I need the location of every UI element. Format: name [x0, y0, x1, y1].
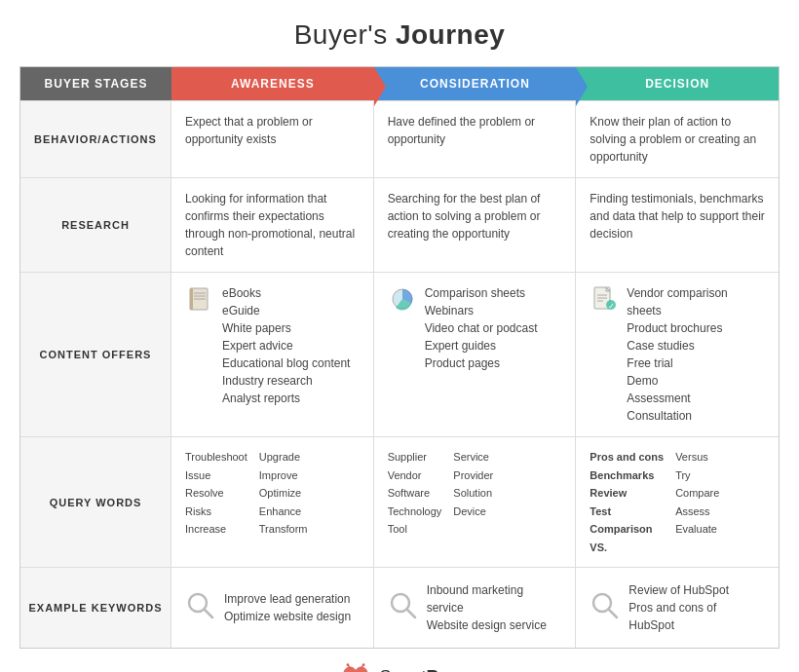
header-decision: DECISION	[576, 67, 779, 100]
svg-line-13	[205, 610, 212, 617]
svg-rect-1	[190, 288, 193, 310]
example-keywords-decision: Review of HubSpot Pros and cons of HubSp…	[576, 568, 779, 648]
example-keywords-consideration: Inbound marketing service Website design…	[374, 568, 577, 648]
content-offers-decision-list: Vendor comparison sheets Product brochur…	[627, 284, 765, 425]
svg-point-21	[362, 663, 365, 666]
example-keywords-awareness: Improve lead generation Optimize website…	[171, 568, 374, 648]
behavior-actions-consideration: Have defined the problem or opportunity	[374, 101, 577, 177]
query-awareness-col1: Troubleshoot Issue Resolve Risks Increas…	[185, 449, 247, 538]
behavior-actions-row: BEHAVIOR/ACTIONS Expect that a problem o…	[20, 100, 779, 177]
table-header: BUYER STAGES AWARENESS CONSIDERATION DEC…	[20, 67, 779, 100]
book-icon	[185, 284, 214, 314]
content-offers-awareness: eBooks eGuide White papers Expert advice…	[171, 273, 374, 436]
query-words-consideration: Supplier Vendor Software Technology Tool…	[374, 437, 577, 567]
header-awareness: AWARENESS	[171, 67, 374, 100]
content-offers-consideration-list: Comparison sheets Webinars Video chat or…	[425, 284, 538, 372]
footer: SmartBug MEDIA	[338, 662, 460, 672]
query-awareness-col2: Upgrade Improve Optimize Enhance Transfo…	[259, 449, 308, 538]
search-icon-decision	[590, 590, 621, 626]
behavior-actions-decision: Know their plan of action to solving a p…	[576, 101, 779, 177]
query-words-decision: Pros and cons Benchmarks Review Test Com…	[576, 437, 779, 567]
example-keywords-consideration-list: Inbound marketing service Website design…	[427, 581, 562, 634]
query-decision-col2: Versus Try Compare Assess Evaluate	[675, 449, 719, 555]
query-words-row: QUERY WORDS Troubleshoot Issue Resolve R…	[20, 436, 779, 567]
research-row: RESEARCH Looking for information that co…	[20, 177, 779, 272]
research-consideration: Searching for the best plan of action to…	[374, 178, 577, 272]
research-label: RESEARCH	[20, 178, 171, 272]
behavior-actions-awareness: Expect that a problem or opportunity exi…	[171, 101, 374, 177]
header-consideration: CONSIDERATION	[374, 67, 577, 100]
example-keywords-label: EXAMPLE KEYWORDS	[20, 568, 171, 648]
research-awareness: Looking for information that confirms th…	[171, 178, 374, 272]
smartbug-logo-icon	[338, 662, 373, 672]
search-icon-consideration	[388, 590, 419, 626]
document-icon: ✓	[590, 284, 619, 314]
example-keywords-row: EXAMPLE KEYWORDS Improve lead generation…	[20, 567, 779, 648]
behavior-actions-label: BEHAVIOR/ACTIONS	[20, 101, 171, 177]
content-offers-label: CONTENT OFFERS	[20, 273, 171, 436]
content-offers-decision: ✓ Vendor comparison sheets Product broch…	[576, 273, 779, 436]
buyers-journey-table: BUYER STAGES AWARENESS CONSIDERATION DEC…	[19, 66, 780, 649]
content-offers-row: CONTENT OFFERS eBooks eGuide White paper…	[20, 272, 779, 436]
footer-brand: SmartBug MEDIA	[379, 667, 460, 673]
page-title: Buyer's Journey	[294, 19, 506, 51]
query-consideration-col2: Service Provider Solution Device	[453, 449, 493, 538]
content-offers-consideration: Comparison sheets Webinars Video chat or…	[374, 273, 577, 436]
header-buyer-stages: BUYER STAGES	[20, 67, 171, 100]
example-keywords-decision-list: Review of HubSpot Pros and cons of HubSp…	[628, 581, 765, 634]
query-decision-col1: Pros and cons Benchmarks Review Test Com…	[590, 449, 664, 555]
search-icon	[185, 590, 216, 626]
content-offers-awareness-list: eBooks eGuide White papers Expert advice…	[222, 284, 350, 407]
svg-point-19	[347, 663, 350, 666]
query-words-label: QUERY WORDS	[20, 437, 171, 567]
example-keywords-awareness-list: Improve lead generation Optimize website…	[224, 590, 351, 625]
research-decision: Finding testimonials, benchmarks and dat…	[576, 178, 779, 272]
svg-text:✓: ✓	[608, 302, 615, 311]
query-words-awareness: Troubleshoot Issue Resolve Risks Increas…	[171, 437, 374, 567]
query-consideration-col1: Supplier Vendor Software Technology Tool	[388, 449, 442, 538]
svg-line-17	[609, 610, 617, 617]
svg-line-15	[407, 610, 415, 617]
pie-chart-icon	[388, 284, 417, 314]
